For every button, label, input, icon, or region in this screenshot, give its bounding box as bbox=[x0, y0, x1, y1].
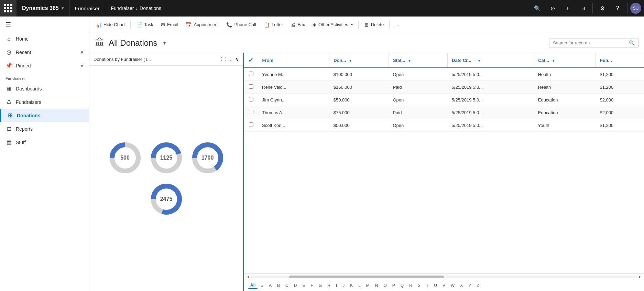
row-check-input[interactable] bbox=[249, 122, 253, 127]
alpha-btn-x[interactable]: X bbox=[458, 282, 465, 289]
sidebar-item-home[interactable]: ⌂ Home bbox=[0, 32, 89, 45]
page-title-dropdown-icon[interactable]: ▾ bbox=[163, 40, 166, 46]
alpha-btn-f[interactable]: F bbox=[308, 282, 315, 289]
alpha-btn-t[interactable]: T bbox=[424, 282, 430, 289]
grid-table-wrapper[interactable]: ✓ From Don... ▼ Stat... bbox=[244, 53, 644, 273]
alpha-btn-j[interactable]: J bbox=[340, 282, 347, 289]
search-input[interactable] bbox=[553, 40, 627, 45]
settings-button[interactable]: ⚙ bbox=[596, 1, 609, 15]
alpha-btn-#[interactable]: # bbox=[259, 282, 265, 289]
alpha-btn-m[interactable]: M bbox=[364, 282, 372, 289]
table-row[interactable]: Scott Kon... $50.000 Open 5/25/2019 5:0.… bbox=[244, 119, 644, 132]
alpha-btn-s[interactable]: S bbox=[416, 282, 423, 289]
status-filter-icon[interactable]: ▼ bbox=[408, 59, 411, 63]
sidebar-item-recent[interactable]: ◷ Recent ∨ bbox=[0, 45, 89, 59]
table-row[interactable]: Thomas A... $75.000 Paid 5/25/2019 5:0..… bbox=[244, 106, 644, 119]
alpha-btn-n[interactable]: N bbox=[373, 282, 380, 289]
chart-dropdown-icon[interactable]: ∨ bbox=[236, 56, 239, 62]
app-title-area[interactable]: Dynamics 365 ▾ bbox=[17, 0, 69, 17]
date-filter-icon[interactable]: ▼ bbox=[478, 59, 481, 63]
scrollbar-thumb[interactable] bbox=[289, 276, 444, 278]
add-button[interactable]: + bbox=[561, 1, 575, 15]
module-title[interactable]: Fundraiser bbox=[69, 0, 106, 17]
search-box[interactable]: 🔍 bbox=[549, 39, 638, 47]
alpha-btn-y[interactable]: Y bbox=[466, 282, 473, 289]
phone-call-button[interactable]: 📞 Phone Call bbox=[223, 20, 260, 30]
alpha-btn-e[interactable]: E bbox=[300, 282, 307, 289]
row-check-input[interactable] bbox=[249, 84, 253, 89]
scroll-left-icon[interactable]: ◂ bbox=[247, 274, 249, 279]
letter-button[interactable]: 📋 Letter bbox=[260, 20, 286, 30]
fax-button[interactable]: 🖨 Fax bbox=[287, 20, 308, 30]
row-checkbox[interactable] bbox=[244, 68, 258, 81]
more-actions-button[interactable]: … bbox=[392, 20, 403, 29]
alpha-btn-b[interactable]: B bbox=[275, 282, 282, 289]
col-checkbox[interactable]: ✓ bbox=[244, 53, 258, 68]
sidebar-item-fundraisers[interactable]: ♺ Fundraisers bbox=[0, 95, 89, 109]
waffle-button[interactable] bbox=[0, 0, 17, 17]
alpha-btn-q[interactable]: Q bbox=[399, 282, 406, 289]
table-row[interactable]: Yvonne M... $100.000 Open 5/25/2019 5:0.… bbox=[244, 68, 644, 81]
alpha-btn-g[interactable]: G bbox=[317, 282, 324, 289]
donation-filter-icon[interactable]: ▼ bbox=[349, 59, 352, 63]
grid-scrollbar[interactable]: ◂ ▸ bbox=[244, 273, 644, 280]
col-category[interactable]: Cat... ▼ bbox=[534, 53, 596, 68]
email-button[interactable]: ✉ Email bbox=[157, 20, 182, 30]
alpha-btn-p[interactable]: P bbox=[390, 282, 397, 289]
filter-button[interactable]: ⊿ bbox=[576, 1, 590, 15]
help-button[interactable]: ? bbox=[611, 1, 624, 15]
col-donation[interactable]: Don... ▼ bbox=[329, 53, 389, 68]
sidebar-item-reports[interactable]: ⊟ Reports bbox=[0, 122, 89, 136]
alpha-btn-r[interactable]: R bbox=[407, 282, 414, 289]
recent-button[interactable]: ⊙ bbox=[546, 1, 559, 15]
appointment-button[interactable]: 📅 Appointment bbox=[182, 20, 222, 30]
chart-options-icon[interactable]: … bbox=[228, 56, 233, 62]
user-avatar[interactable]: SU bbox=[630, 3, 641, 14]
sidebar-item-donations[interactable]: ⊞ Donations bbox=[0, 109, 89, 122]
row-checkbox[interactable] bbox=[244, 106, 258, 119]
app-dropdown-icon[interactable]: ▾ bbox=[62, 6, 64, 11]
row-check-input[interactable] bbox=[249, 110, 253, 114]
alpha-btn-o[interactable]: O bbox=[382, 282, 389, 289]
other-activities-dropdown-icon[interactable]: ▾ bbox=[351, 23, 353, 26]
row-check-input[interactable] bbox=[249, 97, 253, 101]
row-check-input[interactable] bbox=[249, 72, 253, 76]
alpha-btn-all[interactable]: All bbox=[248, 282, 258, 289]
select-all-icon[interactable]: ✓ bbox=[248, 57, 253, 64]
scrollbar-track[interactable] bbox=[250, 276, 638, 278]
alpha-btn-z[interactable]: Z bbox=[474, 282, 481, 289]
alpha-btn-i[interactable]: I bbox=[334, 282, 339, 289]
search-button[interactable]: 🔍 bbox=[531, 1, 544, 15]
other-activities-button[interactable]: ◈ Other Activities ▾ bbox=[309, 20, 356, 30]
alpha-btn-l[interactable]: L bbox=[356, 282, 363, 289]
sidebar-item-pinned[interactable]: 📌 Pinned ∨ bbox=[0, 59, 89, 72]
chart-expand-icon[interactable]: ⛶ bbox=[221, 56, 226, 62]
pinned-expand-icon[interactable]: ∨ bbox=[80, 63, 84, 68]
row-checkbox[interactable] bbox=[244, 94, 258, 106]
table-row[interactable]: Jim Glynn... $50.000 Open 5/25/2019 5:0.… bbox=[244, 94, 644, 106]
col-fundraiser[interactable]: Fun... bbox=[596, 53, 644, 68]
alpha-btn-h[interactable]: H bbox=[325, 282, 332, 289]
recent-expand-icon[interactable]: ∨ bbox=[80, 50, 84, 55]
col-status[interactable]: Stat... ▼ bbox=[389, 53, 447, 68]
table-row[interactable]: Rene Vald... $150.000 Paid 5/25/2019 5:0… bbox=[244, 81, 644, 94]
alpha-btn-v[interactable]: V bbox=[440, 282, 447, 289]
alpha-btn-a[interactable]: A bbox=[267, 282, 274, 289]
date-sort-icon[interactable]: ↑ bbox=[473, 59, 475, 63]
hide-chart-button[interactable]: 📊 Hide Chart bbox=[92, 20, 128, 30]
row-checkbox[interactable] bbox=[244, 81, 258, 94]
col-date[interactable]: Date Cr... ↑ ▼ bbox=[448, 53, 534, 68]
alpha-btn-d[interactable]: D bbox=[292, 282, 299, 289]
alpha-btn-k[interactable]: K bbox=[348, 282, 355, 289]
task-button[interactable]: 📄 Task bbox=[133, 20, 157, 30]
col-from[interactable]: From bbox=[258, 53, 329, 68]
scroll-right-icon[interactable]: ▸ bbox=[639, 274, 641, 279]
sidebar-item-stuff[interactable]: ▤ Stuff bbox=[0, 136, 89, 149]
sidebar-item-dashboards[interactable]: ▦ Dashboards bbox=[0, 82, 89, 95]
row-checkbox[interactable] bbox=[244, 119, 258, 132]
category-filter-icon[interactable]: ▼ bbox=[552, 59, 555, 63]
alpha-btn-w[interactable]: W bbox=[449, 282, 457, 289]
sidebar-hamburger[interactable]: ☰ bbox=[0, 17, 89, 32]
alpha-btn-u[interactable]: U bbox=[432, 282, 439, 289]
alpha-btn-c[interactable]: C bbox=[283, 282, 291, 289]
